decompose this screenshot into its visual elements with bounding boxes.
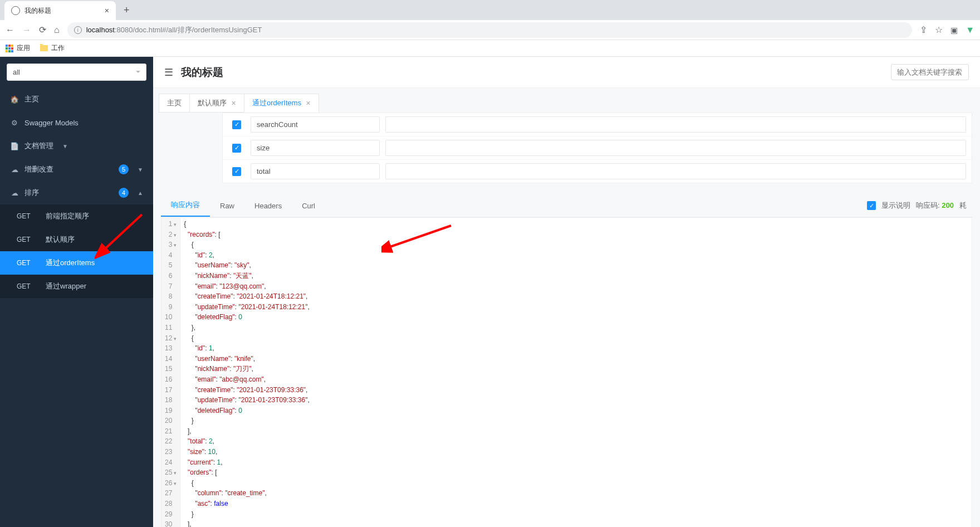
nav-right-icons: ⇪ ☆ ▣ ▼ bbox=[920, 25, 974, 35]
info-icon[interactable]: i bbox=[74, 26, 82, 34]
browser-tab[interactable]: 我的标题 × bbox=[4, 1, 116, 20]
content-tabs: 主页默认顺序✕通过orderItems✕ bbox=[153, 88, 980, 113]
response-code-label: 响应码: 200 bbox=[916, 201, 954, 211]
sidebar-subitem-通过orderItems[interactable]: GET通过orderItems bbox=[0, 251, 153, 275]
content-body: ✓ ✓ ✓ 响应内容RawHeadersCurl ✓ 显示说明 响应码: 200… bbox=[153, 113, 980, 527]
tab-bar: 我的标题 × + bbox=[0, 0, 980, 20]
count-badge: 4 bbox=[119, 188, 129, 198]
content: ☰ 我的标题 主页默认顺序✕通过orderItems✕ ✓ ✓ ✓ 响应内容Ra… bbox=[153, 57, 980, 527]
sidebar-subitem-label: 通过orderItems bbox=[46, 258, 95, 268]
param-checkbox[interactable]: ✓ bbox=[232, 167, 241, 176]
http-method-label: GET bbox=[17, 259, 32, 267]
chevron-icon: ▼ bbox=[62, 143, 68, 149]
content-tab-主页[interactable]: 主页 bbox=[159, 94, 190, 113]
sidebar-item-Swagger Models[interactable]: ⚙Swagger Models bbox=[0, 111, 153, 134]
tab-label: 默认顺序 bbox=[198, 98, 227, 108]
app: all 🏠主页⚙Swagger Models📄文档管理▼☁增删改查5▼☁排序4▲… bbox=[0, 57, 980, 527]
param-name-input[interactable] bbox=[251, 140, 380, 156]
param-value-input[interactable] bbox=[385, 116, 966, 133]
http-method-label: GET bbox=[17, 236, 32, 243]
sidebar-item-label: 主页 bbox=[24, 94, 39, 104]
api-group-selector[interactable]: all bbox=[7, 64, 146, 81]
param-value-input[interactable] bbox=[385, 163, 966, 179]
nav-bar: ← → ⟳ ⌂ i localhost:8080/doc.html#/all/排… bbox=[0, 20, 980, 40]
line-gutter: 1▾2▾3▾456789101112▾131415161718192021222… bbox=[161, 218, 180, 527]
response-extra-label: 耗 bbox=[959, 201, 967, 211]
sidebar-subitem-前端指定顺序[interactable]: GET前端指定顺序 bbox=[0, 204, 153, 228]
url-port: :8080 bbox=[115, 26, 133, 34]
sidebar: all 🏠主页⚙Swagger Models📄文档管理▼☁增删改查5▼☁排序4▲… bbox=[0, 57, 153, 527]
response-tab-Curl[interactable]: Curl bbox=[292, 196, 325, 216]
tab-label: 通过orderItems bbox=[252, 98, 301, 108]
content-tab-通过orderItems[interactable]: 通过orderItems✕ bbox=[244, 94, 319, 113]
forward-button[interactable]: → bbox=[22, 25, 31, 35]
new-tab-button[interactable]: + bbox=[124, 4, 130, 16]
globe-icon bbox=[11, 6, 20, 15]
sidebar-item-label: Swagger Models bbox=[24, 119, 79, 127]
param-checkbox[interactable]: ✓ bbox=[232, 144, 241, 153]
work-bookmark[interactable]: 工作 bbox=[40, 43, 65, 53]
http-method-label: GET bbox=[17, 212, 32, 220]
sidebar-item-主页[interactable]: 🏠主页 bbox=[0, 87, 153, 111]
reload-button[interactable]: ⟳ bbox=[39, 25, 46, 35]
sidebar-submenu: GET前端指定顺序GET默认顺序GET通过orderItemsGET通过wrap… bbox=[0, 204, 153, 298]
json-viewer[interactable]: 1▾2▾3▾456789101112▾131415161718192021222… bbox=[161, 217, 972, 527]
sidebar-subitem-label: 前端指定顺序 bbox=[46, 211, 89, 221]
response-tab-Headers[interactable]: Headers bbox=[244, 196, 292, 216]
param-name-input[interactable] bbox=[251, 116, 380, 133]
url-text: localhost:8080/doc.html#/all/排序/orderIte… bbox=[86, 25, 262, 35]
back-button[interactable]: ← bbox=[6, 25, 14, 35]
sidebar-item-label: 增删改查 bbox=[24, 164, 53, 174]
url-bar[interactable]: i localhost:8080/doc.html#/all/排序/orderI… bbox=[67, 22, 912, 38]
sidebar-subitem-label: 通过wrapper bbox=[46, 281, 86, 291]
sidebar-item-label: 文档管理 bbox=[24, 141, 53, 151]
url-host: localhost bbox=[86, 26, 115, 34]
share-icon[interactable]: ⇪ bbox=[920, 25, 927, 35]
http-method-label: GET bbox=[17, 282, 32, 290]
param-block: ✓ ✓ ✓ bbox=[222, 113, 972, 183]
close-icon[interactable]: × bbox=[105, 6, 109, 15]
menu-toggle-icon[interactable]: ☰ bbox=[164, 66, 173, 79]
sidebar-subitem-通过wrapper[interactable]: GET通过wrapper bbox=[0, 275, 153, 298]
sidebar-icon: 📄 bbox=[10, 142, 19, 150]
search-box bbox=[891, 64, 969, 80]
page-title: 我的标题 bbox=[181, 65, 223, 80]
param-name-input[interactable] bbox=[251, 163, 380, 179]
tab-label: 主页 bbox=[167, 98, 182, 108]
param-checkbox[interactable]: ✓ bbox=[232, 120, 241, 129]
apps-icon bbox=[6, 45, 13, 52]
sidebar-item-label: 排序 bbox=[24, 188, 39, 198]
sidebar-subitem-默认顺序[interactable]: GET默认顺序 bbox=[0, 228, 153, 251]
show-desc-checkbox[interactable]: ✓ bbox=[867, 201, 876, 210]
folder-icon bbox=[40, 45, 48, 51]
apps-bookmark[interactable]: 应用 bbox=[6, 43, 30, 53]
content-tab-默认顺序[interactable]: 默认顺序✕ bbox=[189, 94, 244, 113]
close-icon[interactable]: ✕ bbox=[306, 100, 311, 107]
home-button[interactable]: ⌂ bbox=[54, 25, 60, 35]
content-header: ☰ 我的标题 bbox=[153, 57, 980, 88]
extension-icon[interactable]: ▣ bbox=[950, 26, 958, 35]
chevron-icon: ▲ bbox=[138, 190, 143, 196]
close-icon[interactable]: ✕ bbox=[231, 100, 236, 107]
response-tab-Raw[interactable]: Raw bbox=[210, 196, 244, 216]
tab-title: 我的标题 bbox=[24, 6, 100, 16]
search-input[interactable] bbox=[891, 64, 969, 80]
sidebar-item-排序[interactable]: ☁排序4▲ bbox=[0, 181, 153, 204]
url-path: /doc.html#/all/排序/orderItemsUsingGET bbox=[133, 26, 262, 34]
show-desc-label: 显示说明 bbox=[881, 201, 910, 211]
json-code[interactable]: { "records": [ { "id": 2, "userName": "s… bbox=[180, 218, 312, 527]
param-row-total: ✓ bbox=[223, 160, 972, 183]
chevron-icon: ▼ bbox=[138, 167, 143, 173]
api-group-select[interactable]: all bbox=[7, 64, 146, 81]
sidebar-item-增删改查[interactable]: ☁增删改查5▼ bbox=[0, 158, 153, 181]
vue-devtools-icon[interactable]: ▼ bbox=[966, 25, 974, 35]
param-value-input[interactable] bbox=[385, 140, 966, 156]
sidebar-item-文档管理[interactable]: 📄文档管理▼ bbox=[0, 134, 153, 158]
response-status: ✓ 显示说明 响应码: 200 耗 bbox=[867, 201, 972, 211]
star-icon[interactable]: ☆ bbox=[935, 25, 943, 35]
work-label: 工作 bbox=[51, 43, 65, 53]
bookmark-bar: 应用 工作 bbox=[0, 40, 980, 57]
sidebar-icon: ☁ bbox=[10, 189, 19, 197]
param-row-size: ✓ bbox=[223, 136, 972, 160]
response-tab-响应内容[interactable]: 响应内容 bbox=[161, 194, 210, 217]
